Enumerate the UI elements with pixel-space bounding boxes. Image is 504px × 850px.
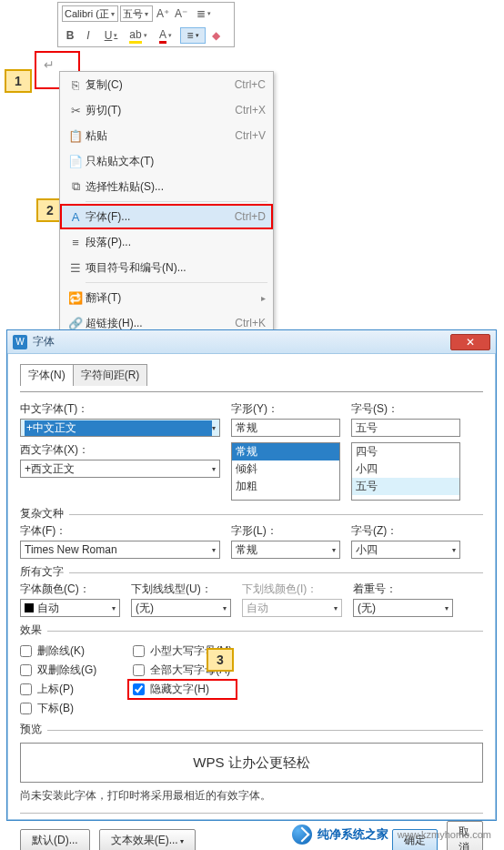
app-icon: W [13, 335, 27, 349]
underline-button[interactable]: U [98, 27, 124, 44]
step-badge-3: 3 [207, 648, 234, 672]
mini-toolbar: Calibri (正▾ 五号▾ A⁺ A⁻ ≣ B I U ab A ≡▾ ◆ [57, 2, 235, 47]
menu-bullets[interactable]: ☰项目符号和编号(N)... [60, 255, 273, 280]
cn-font-combo[interactable]: +中文正文▾ [20, 419, 220, 437]
menu-cut[interactable]: ✂剪切(T)Ctrl+X [60, 97, 273, 123]
en-font-label: 西文字体(X)： [20, 442, 220, 458]
underline-label: 下划线线型(U)： [131, 582, 231, 597]
watermark-logo-icon [292, 825, 312, 845]
dialog-title: 字体 [33, 334, 450, 349]
link-icon: 🔗 [66, 317, 86, 330]
font-color-combo[interactable]: 自动▾ [20, 599, 120, 617]
size-label: 字号(S)： [351, 401, 460, 417]
underline-color-label: 下划线颜色(I)： [242, 582, 342, 597]
bold-button[interactable]: B [62, 27, 78, 44]
cut-icon: ✂ [66, 104, 86, 117]
align-button[interactable]: ≡▾ [180, 27, 206, 44]
menu-font[interactable]: A字体(F)...Ctrl+D [60, 204, 273, 229]
complex-group-title: 复杂文种 [20, 506, 64, 521]
paste-icon: 📋 [66, 129, 86, 143]
menu-paste[interactable]: 📋粘贴Ctrl+V [60, 123, 273, 148]
font-size-select[interactable]: 五号▾ [120, 5, 153, 22]
size-input[interactable]: 五号 [351, 419, 460, 437]
complex-size-label: 字号(Z)： [351, 523, 460, 539]
default-button[interactable]: 默认(D)... [20, 829, 90, 851]
chk-double-strike[interactable]: 双删除线(G) [20, 663, 96, 678]
grow-font-button[interactable]: A⁺ [155, 5, 171, 22]
paste-text-icon: 📄 [66, 155, 86, 168]
paragraph-icon: ≡ [66, 236, 86, 249]
chk-superscript[interactable]: 上标(P) [20, 682, 96, 697]
complex-size-combo[interactable]: 小四▾ [351, 541, 460, 559]
effects-group-title: 效果 [20, 622, 42, 638]
all-text-group-title: 所有文字 [20, 564, 64, 580]
menu-paragraph[interactable]: ≡段落(P)... [60, 229, 273, 255]
watermark-url: www.kzmyhome.com [398, 829, 491, 840]
tab-font[interactable]: 字体(N) [20, 364, 74, 386]
chk-hidden[interactable]: 隐藏文字(H) [133, 682, 232, 697]
style-input[interactable]: 常规 [231, 419, 340, 437]
font-color-button[interactable]: A [153, 27, 178, 44]
preview-group-title: 预览 [20, 722, 42, 737]
complex-style-label: 字形(L)： [231, 523, 340, 539]
chk-strike[interactable]: 删除线(K) [20, 643, 96, 659]
format-painter-button[interactable]: ◆ [207, 27, 224, 44]
underline-color-combo: 自动▾ [242, 599, 342, 617]
underline-combo[interactable]: (无)▾ [131, 599, 231, 617]
context-menu: ⎘复制(C)Ctrl+C ✂剪切(T)Ctrl+X 📋粘贴Ctrl+V 📄只粘贴… [59, 71, 274, 337]
style-label: 字形(Y)： [231, 401, 340, 417]
style-listbox[interactable]: 常规 倾斜 加粗 [231, 442, 340, 501]
en-font-combo[interactable]: +西文正文▾ [20, 460, 220, 478]
size-listbox[interactable]: 四号 小四 五号 [351, 442, 460, 501]
menu-paste-special[interactable]: ⧉选择性粘贴(S)... [60, 174, 273, 199]
menu-translate[interactable]: 🔁翻译(T) [60, 285, 273, 310]
bullets-icon: ☰ [66, 261, 86, 275]
font-note: 尚未安装此字体，打印时将采用最相近的有效字体。 [20, 788, 483, 804]
watermark-brand: 纯净系统之家 [318, 826, 388, 843]
preview-text: WPS 让办公更轻松 [193, 754, 309, 772]
menu-copy[interactable]: ⎘复制(C)Ctrl+C [60, 72, 273, 97]
font-icon: A [66, 210, 86, 224]
emphasis-label: 着重号： [353, 582, 453, 597]
complex-font-combo[interactable]: Times New Roman▾ [20, 541, 220, 559]
preview-box: WPS 让办公更轻松 [20, 743, 483, 783]
emphasis-combo[interactable]: (无)▾ [353, 599, 453, 617]
copy-icon: ⎘ [66, 78, 86, 92]
shrink-font-button[interactable]: A⁻ [173, 5, 189, 22]
line-spacing-button[interactable]: ≣ [191, 5, 217, 22]
font-color-label: 字体颜色(C)： [20, 582, 120, 597]
complex-font-label: 字体(F)： [20, 523, 220, 539]
translate-icon: 🔁 [66, 291, 86, 305]
watermark: 纯净系统之家 www.kzmyhome.com [292, 823, 491, 846]
close-button[interactable]: ✕ [450, 334, 490, 350]
chk-subscript[interactable]: 下标(B) [20, 701, 96, 716]
tab-spacing[interactable]: 字符间距(R) [73, 364, 148, 386]
step-badge-1: 1 [5, 69, 32, 93]
menu-paste-text[interactable]: 📄只粘贴文本(T) [60, 148, 273, 174]
italic-button[interactable]: I [80, 27, 96, 44]
cn-font-label: 中文字体(T)： [20, 401, 220, 417]
complex-style-combo[interactable]: 常规▾ [231, 541, 340, 559]
paragraph-mark-icon: ↵ [44, 57, 55, 72]
highlight-button[interactable]: ab [126, 27, 151, 44]
dialog-titlebar: W 字体 ✕ [7, 330, 496, 354]
text-effect-button[interactable]: 文本效果(E)...▾ [99, 829, 196, 851]
paste-special-icon: ⧉ [66, 179, 86, 194]
font-dialog: W 字体 ✕ 字体(N) 字符间距(R) 中文字体(T)： +中文正文▾ 字形(… [6, 329, 497, 821]
font-name-select[interactable]: Calibri (正▾ [62, 5, 118, 22]
